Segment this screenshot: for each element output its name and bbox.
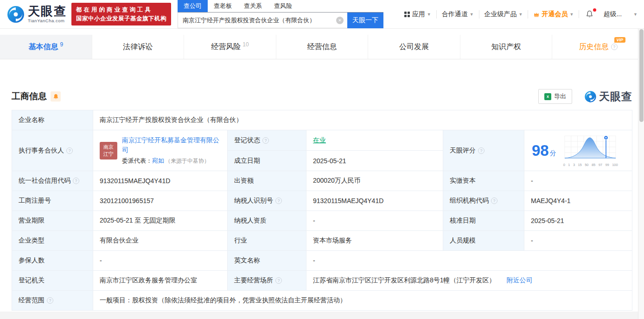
help-icon[interactable] (478, 147, 485, 154)
tab-label: 公司发展 (399, 42, 429, 52)
field-value-reg-authority: 南京市江宁区政务服务管理办公室 (93, 271, 228, 291)
partner-company-logo[interactable]: 南京 江宁 (100, 142, 117, 160)
field-value-business-scope: 一般项目：股权投资（除依法须经批准的项目外，凭营业执照依法自主开展经营活动） (93, 291, 632, 311)
field-value-reg-number: 320121001965157 (93, 191, 228, 211)
tianyancha-logo[interactable]: 天眼查 TianYanCha.com (6, 5, 67, 24)
top-menu: 应用 合作通道 企业级产品 开通会员 超级... (399, 10, 638, 19)
score-axis-ticks: 0131550859799100 (563, 163, 618, 167)
field-label-english-name: 英文名称 (228, 251, 306, 271)
field-label-company-type: 企业类型 (12, 231, 93, 251)
tab-label: 经营信息 (307, 42, 337, 52)
help-icon[interactable] (611, 44, 618, 50)
chevron-down-icon[interactable] (633, 12, 638, 17)
top-header: 天眼查 TianYanCha.com 都在用的商业查询工具 国家中小企业发展子基… (0, 0, 644, 29)
vip-badge: VIP (614, 37, 626, 43)
bell-icon (586, 10, 593, 18)
field-label-org-code: 组织机构代码 (443, 191, 524, 211)
help-icon[interactable] (491, 198, 497, 204)
excel-icon (544, 93, 551, 100)
menu-cooperation-label: 合作通道 (442, 10, 468, 19)
search-tab-company[interactable]: 查公司 (178, 0, 208, 12)
chevron-down-icon (470, 12, 474, 17)
partner-company-link[interactable]: 南京江宁经开私募基金管理有限公司 (122, 135, 221, 155)
field-value-company-name: 南京江宁经开产投股权投资合伙企业（有限合伙） (93, 110, 632, 130)
field-value-approval-date: 2025-05-21 (524, 211, 632, 231)
tab-history-info[interactable]: VIP 历史信息 (552, 35, 644, 59)
score-distribution-chart[interactable]: 0131550859799100 (563, 134, 618, 167)
menu-enterprise-products[interactable]: 企业级产品 (479, 10, 528, 19)
menu-membership-label: 开通会员 (542, 10, 567, 19)
tab-basic-info[interactable]: 基本信息 9 (0, 35, 92, 59)
field-label-taxpayer-id: 纳税人识别号 (228, 191, 306, 211)
help-icon[interactable] (73, 178, 79, 184)
notification-bell[interactable] (579, 10, 598, 18)
field-value-credit-code: 91320115MAEJQ4Y41D (93, 171, 228, 191)
slogan-line1: 都在用的商业查询工具 (76, 6, 166, 14)
slogan-line2: 国家中小企业发展子基金旗下机构 (76, 14, 166, 23)
notification-dot (593, 8, 596, 12)
company-detail-tabs: 基本信息 9 法律诉讼 经营风险 10 经营信息 公司发展 知识产权 VIP 历… (0, 35, 644, 59)
scrollbar-track[interactable] (638, 29, 644, 319)
business-registration-table: 企业名称 南京江宁经开产投股权投资合伙企业（有限合伙） 执行事务合伙人 南京 江… (12, 110, 632, 311)
search-area: 查公司 查老板 查关系 查风险 天眼一下 (178, 0, 383, 28)
tab-label: 历史信息 (579, 42, 609, 52)
field-label-staff-size: 人员规模 (443, 231, 524, 251)
field-label-business-site: 主要经营场所 (228, 271, 306, 291)
subscribe-bell-chip[interactable] (51, 91, 61, 102)
field-value-establish-date: 2025-05-21 (306, 151, 443, 171)
search-tab-relation[interactable]: 查关系 (238, 0, 268, 12)
search-input[interactable] (178, 13, 347, 28)
field-value-executive-partner: 南京 江宁 南京江宁经开私募基金管理有限公司 委派代表： 宛如 （来源于中基协） (93, 130, 228, 171)
tab-legal-proceedings[interactable]: 法律诉讼 (92, 35, 185, 59)
scrollbar-thumb[interactable] (639, 29, 644, 122)
watermark-text: 天眼查 (599, 89, 632, 104)
rep-name-link[interactable]: 宛如 (152, 156, 164, 166)
rep-label: 委派代表： (122, 156, 152, 166)
field-value-english-name: - (306, 251, 632, 271)
tab-business-info[interactable]: 经营信息 (276, 35, 369, 59)
field-label-capital: 出资额 (228, 171, 306, 191)
apps-grid-icon (404, 12, 410, 17)
field-value-industry: 资本市场服务 (306, 231, 443, 251)
clear-search-icon[interactable] (336, 17, 344, 24)
field-label-paid-capital: 实缴资本 (443, 171, 524, 191)
watermark-logo: 天眼查 (584, 89, 632, 104)
help-icon[interactable] (66, 147, 73, 154)
menu-apps[interactable]: 应用 (399, 10, 436, 19)
field-value-staff-size: - (524, 231, 632, 251)
help-icon[interactable] (275, 198, 282, 204)
menu-open-membership[interactable]: 开通会员 (528, 10, 579, 19)
tab-intellectual-property[interactable]: 知识产权 (460, 35, 553, 59)
menu-apps-label: 应用 (412, 10, 425, 19)
menu-super-label: 超级... (603, 10, 622, 19)
export-button[interactable]: 导出 (538, 89, 572, 104)
chevron-down-icon (569, 12, 574, 17)
search-tab-boss[interactable]: 查老板 (208, 0, 238, 12)
search-button[interactable]: 天眼一下 (347, 13, 383, 28)
field-value-tyc-score: 98 分 (524, 130, 632, 171)
field-value-business-site: 江苏省南京市江宁区江宁开发区利源北路8号1幢（江宁开发区） 附近公司 (306, 271, 632, 291)
logo-domain: TianYanCha.com (28, 19, 67, 23)
help-icon[interactable] (262, 137, 269, 144)
tab-count: 10 (242, 41, 249, 48)
field-label-industry: 行业 (228, 231, 306, 251)
menu-cooperation[interactable]: 合作通道 (436, 10, 479, 19)
field-label-approval-date: 核准日期 (443, 211, 524, 231)
chevron-down-icon (519, 12, 523, 17)
tab-company-development[interactable]: 公司发展 (368, 35, 460, 59)
menu-super-vip[interactable]: 超级... (598, 10, 627, 19)
nearby-companies-link[interactable]: 附近公司 (507, 276, 533, 285)
score-curve-svg (563, 134, 618, 161)
field-label-company-name: 企业名称 (12, 110, 93, 130)
help-icon[interactable] (47, 297, 53, 304)
status-date-stack: 登记状态 在业 成立日期 2025-05-21 (228, 130, 443, 171)
menu-enterprise-label: 企业级产品 (485, 10, 517, 19)
search-type-tabs: 查公司 查老板 查关系 查风险 (178, 0, 383, 13)
status-link[interactable]: 在业 (313, 136, 326, 145)
tab-operating-risk[interactable]: 经营风险 10 (184, 35, 276, 59)
help-icon[interactable] (275, 277, 282, 284)
slogan-badge: 都在用的商业查询工具 国家中小企业发展子基金旗下机构 (71, 3, 171, 25)
search-tab-risk[interactable]: 查风险 (268, 0, 298, 12)
field-label-executive-partner: 执行事务合伙人 (12, 130, 93, 171)
field-label-tyc-score: 天眼评分 (443, 130, 524, 171)
